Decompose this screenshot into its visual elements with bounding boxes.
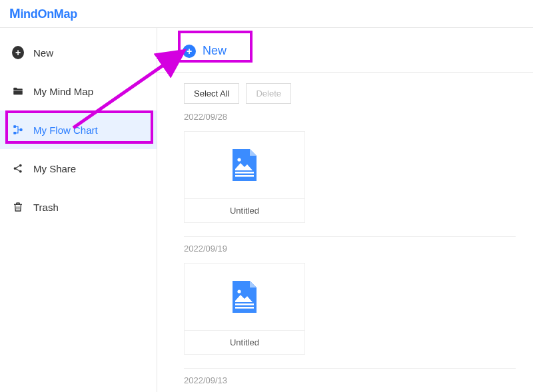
- sidebar-item-flowchart[interactable]: My Flow Chart: [0, 110, 157, 149]
- date-group-label: 2022/09/19: [184, 244, 516, 254]
- sidebar-item-label: My Mind Map: [33, 86, 93, 97]
- action-row: Select All Delete: [184, 83, 516, 104]
- layout: + New My Mind Map My Flow Chart My Share: [0, 28, 533, 392]
- main-panel: + New Select All Delete 2022/09/28: [157, 28, 533, 392]
- sidebar-item-label: Trash: [33, 202, 59, 213]
- date-group-label: 2022/09/13: [184, 375, 516, 385]
- file-card[interactable]: Untitled: [184, 131, 305, 223]
- file-thumb: [185, 132, 304, 198]
- new-button-label: New: [203, 44, 227, 58]
- sidebar-item-label: My Flow Chart: [33, 124, 98, 136]
- plus-circle-icon: +: [183, 45, 196, 58]
- svg-rect-1: [13, 132, 16, 134]
- content-area: Select All Delete 2022/09/28 Untitled: [157, 72, 533, 392]
- document-image-icon: [226, 146, 263, 184]
- svg-point-6: [237, 158, 241, 161]
- svg-rect-7: [235, 172, 254, 174]
- select-all-button[interactable]: Select All: [184, 83, 239, 104]
- sidebar-item-new[interactable]: + New: [0, 33, 157, 72]
- sidebar-item-label: My Share: [33, 163, 76, 174]
- group-separator: [184, 368, 516, 369]
- svg-point-9: [237, 290, 241, 293]
- folder-icon: [12, 85, 24, 97]
- app-logo: MindOnMap: [9, 6, 77, 21]
- svg-rect-8: [235, 175, 254, 177]
- share-icon: [12, 162, 24, 174]
- file-title: Untitled: [185, 330, 304, 354]
- document-image-icon: [226, 278, 263, 315]
- sidebar: + New My Mind Map My Flow Chart My Share: [0, 28, 157, 392]
- new-button[interactable]: + New: [180, 41, 239, 61]
- file-card[interactable]: Untitled: [184, 263, 305, 355]
- file-thumb: [185, 264, 304, 330]
- group-separator: [184, 236, 516, 237]
- sidebar-item-label: New: [33, 47, 53, 59]
- svg-point-2: [19, 128, 23, 132]
- svg-rect-11: [235, 307, 254, 309]
- flowchart-icon: [12, 124, 24, 136]
- date-group-label: 2022/09/28: [184, 112, 516, 122]
- plus-circle-icon: +: [12, 47, 24, 59]
- file-title: Untitled: [185, 198, 304, 222]
- delete-button[interactable]: Delete: [246, 83, 291, 104]
- sidebar-item-trash[interactable]: Trash: [0, 188, 157, 226]
- sidebar-item-mindmap[interactable]: My Mind Map: [0, 72, 157, 110]
- sidebar-item-share[interactable]: My Share: [0, 149, 157, 188]
- app-header: MindOnMap: [0, 0, 533, 28]
- svg-rect-10: [235, 303, 254, 305]
- trash-icon: [12, 201, 24, 213]
- svg-rect-0: [13, 125, 16, 128]
